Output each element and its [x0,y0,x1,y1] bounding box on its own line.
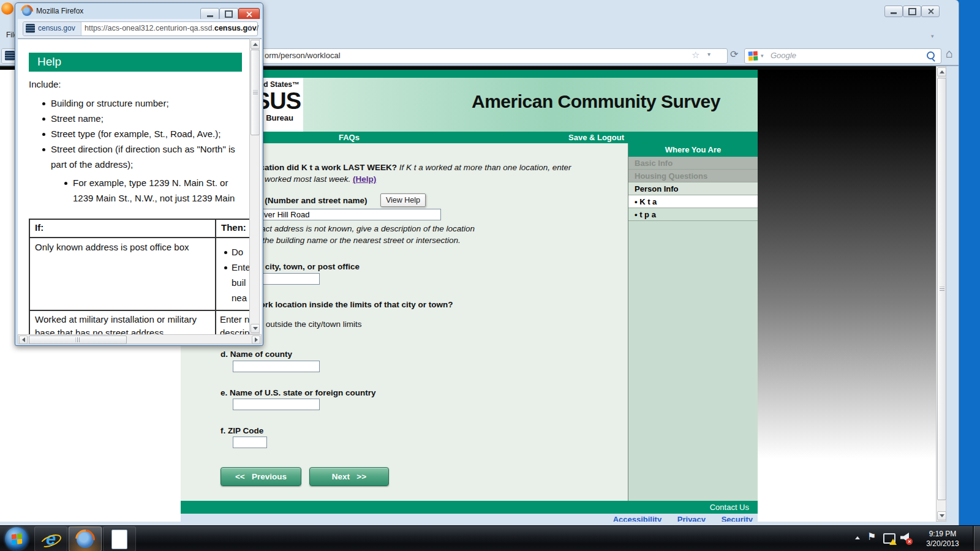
page-footer-bar: Contact Us [181,501,758,514]
help-table-row1-if: Only known address is post office box [35,242,189,252]
sidebar-where-you-are: Where You Are Basic Info Housing Questio… [628,143,758,501]
sidebar-item-basic-info: Basic Info [628,157,758,170]
banner: American Community Survey [303,78,758,133]
popup-bookmark-star-icon[interactable]: ☆ [246,23,254,34]
network-icon[interactable] [883,533,895,544]
previous-button[interactable]: << Previous [221,467,301,486]
volume-muted-badge [906,538,913,545]
popup-site-label: census.gov [38,24,75,32]
bookmark-star-icon[interactable]: ☆ [692,50,699,61]
windows-flag-icon [11,533,22,544]
help-table-row1-then1: Do [232,247,243,257]
taskbar-firefox-button[interactable] [69,527,102,551]
help-table-row1-then4: nea [232,293,247,303]
help-include-label: Include: [29,79,61,89]
popup-minimize-button[interactable] [200,8,219,20]
firefox-icon [77,531,94,548]
action-center-flag-icon[interactable]: ⚑ [867,531,876,542]
zip-label: f. ZIP Code [221,426,263,435]
network-warning-icon [889,539,897,545]
page-top-green-strip [181,70,758,78]
popup-hscroll-thumb[interactable] [29,335,127,344]
county-input[interactable] [233,361,320,372]
sidebar-item-person-info: Person Info [628,182,758,195]
tray-show-hidden-icons[interactable] [855,536,860,539]
popup-close-icon [246,11,252,18]
help-bullet-2: Street name; [51,113,104,124]
search-placeholder: Google [771,51,796,60]
page-nav-bar: Instructions FAQs Save & Logout [181,132,758,143]
help-table-row1-then3: buil [232,277,246,288]
start-button[interactable] [5,527,28,550]
banner-title: American Community Survey [472,91,720,112]
scroll-up-button[interactable] [937,67,946,77]
county-label: d. Name of county [221,350,292,359]
sidebar-item-kta[interactable]: • K t a [628,195,758,208]
popup-scroll-up-button[interactable] [251,40,260,49]
popup-scroll-left-button[interactable] [19,335,28,344]
url-dropdown-icon[interactable]: ▾ [707,51,710,58]
firefox-window-icon [22,6,32,16]
question-line1: At what location did K t a work LAST WEE… [221,163,571,172]
state-label: e. Name of U.S. state or foreign country [221,388,376,397]
close-button[interactable] [921,6,940,17]
clock-time: 9:19 PM [918,529,968,539]
taskbar-clock[interactable]: 9:19 PM 3/20/2013 [918,529,968,549]
popup-location-row: census.gov https://acs-oneal312.centurio… [18,19,262,39]
browser-scrollbar[interactable] [936,66,946,522]
reload-icon[interactable]: ⟳ [730,48,738,60]
popup-close-button[interactable] [238,8,260,20]
address-input[interactable] [233,209,441,220]
page-right-gradient [758,70,936,522]
help-table-if-header: If: [35,222,43,233]
state-input[interactable] [233,399,320,410]
popup-vscroll-thumb[interactable] [251,50,260,135]
taskbar-word-button[interactable] [103,527,136,551]
help-table-then-header: Then: [221,222,246,233]
url-prefix: https://acs-oneal312.centurion-qa.ssd. [85,24,214,32]
nav-save-logout[interactable]: Save & Logout [568,133,624,142]
search-box[interactable]: ▾ Google [744,48,941,64]
tray-up-arrow-icon [855,536,860,539]
popup-title: Mozilla Firefox [36,7,83,15]
popup-horizontal-scrollbar[interactable] [18,334,262,344]
contact-us-link[interactable]: Contact Us [710,503,749,512]
sidebar-item-tpa[interactable]: • t p a [628,208,758,221]
help-link[interactable]: (Help) [353,174,376,184]
scrollbar-thumb[interactable] [937,78,946,500]
search-engine-dropdown-icon[interactable]: ▾ [761,53,764,59]
show-desktop-button[interactable] [973,526,980,551]
zip-input[interactable] [233,437,267,448]
address-note1: If the exact address is not known, give … [232,224,475,233]
next-button[interactable]: Next >> [309,467,389,486]
limits-option-no[interactable]: No, outside the city/town limits [251,320,362,329]
popup-url-bar[interactable]: census.gov https://acs-oneal312.centurio… [23,21,258,36]
minimize-icon [891,12,897,14]
home-icon[interactable]: ⌂ [946,47,953,61]
search-icon[interactable] [927,51,935,59]
help-table-row2-if-line1: Worked at military installation or milit… [35,314,197,324]
question-italic1: If K t a worked at more than one locatio… [399,163,571,172]
sidebar-item-housing-questions: Housing Questions [628,170,758,182]
scroll-down-button[interactable] [937,511,946,520]
popup-url-text: https://acs-oneal312.centurion-qa.ssd.ce… [85,24,258,32]
popup-vertical-scrollbar[interactable] [249,39,260,334]
minimize-button[interactable] [884,6,903,17]
toolbar-overflow-icon[interactable]: ▾ [931,33,934,39]
sidebar-header: Where You Are [628,143,758,157]
maximize-button[interactable] [903,6,921,17]
taskbar-ie-button[interactable]: e [34,527,67,551]
maximize-icon [908,8,916,15]
popup-census-favicon [26,24,35,33]
popup-maximize-button[interactable] [219,8,238,20]
help-bullet-3: Street type (for example, St., Road, Ave… [51,129,221,139]
popup-site-identity-chip[interactable]: census.gov [23,22,81,36]
address-note2: such as the building name or the nearest… [232,236,461,245]
help-bullet-4-line1: Street direction (if direction such as "… [51,144,235,154]
popup-scroll-right-button[interactable] [252,335,260,344]
help-table-row1-then2: Ente [232,262,251,272]
popup-scroll-down-button[interactable] [251,324,260,333]
nav-faqs[interactable]: FAQs [339,133,360,142]
url-path-text: orm/person/worklocal [265,51,341,60]
help-subbullet-line1: For example, type 1239 N. Main St. or [73,178,228,188]
